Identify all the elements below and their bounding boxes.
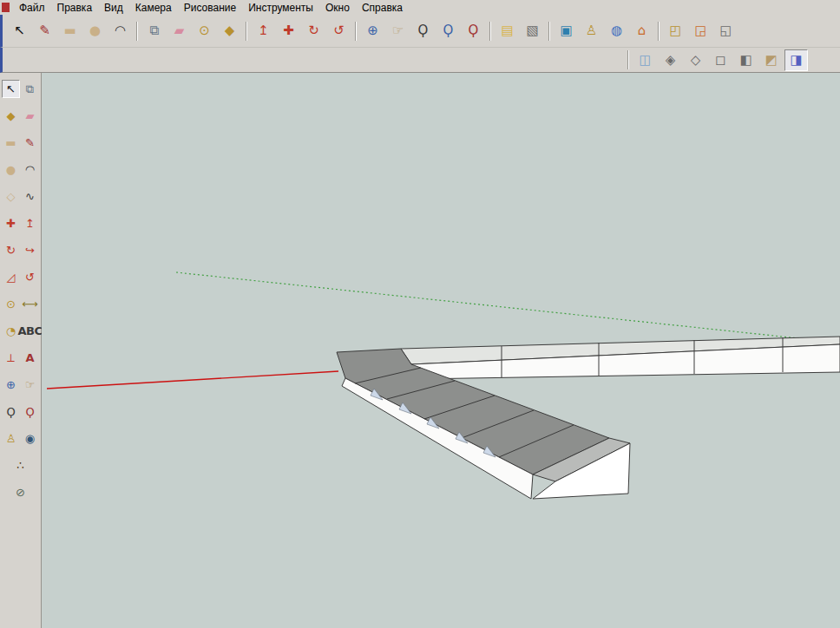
- protractor-icon: ◔: [6, 325, 16, 337]
- rectangle-tool-button[interactable]: ▬: [2, 134, 20, 152]
- line-tool-button[interactable]: ✎: [21, 134, 39, 152]
- push-pull-tool-button[interactable]: ↥: [21, 214, 39, 232]
- push-pull-tool-button[interactable]: ↥: [252, 19, 275, 43]
- polygon-tool-button[interactable]: ◇: [2, 187, 20, 206]
- paint-bucket-tool-button[interactable]: ◆: [2, 107, 20, 125]
- menu-help[interactable]: Справка: [356, 1, 409, 15]
- open-folder-button[interactable]: ▤: [495, 19, 519, 43]
- eraser-tool-button[interactable]: ▰: [21, 107, 39, 125]
- location-icon: ▣: [560, 24, 572, 37]
- menu-edit[interactable]: Правка: [51, 1, 99, 15]
- shaded-textures-style-button[interactable]: ◩: [759, 49, 783, 71]
- move-tool-button[interactable]: ✚: [2, 214, 20, 232]
- zoom-extents-tool-button[interactable]: Ϙ: [21, 402, 39, 421]
- tape-measure-tool-button[interactable]: ⊙: [2, 295, 20, 313]
- zoom-window-tool-button[interactable]: Ϙ: [436, 19, 460, 43]
- monochrome-style-button[interactable]: ◨: [784, 49, 808, 71]
- text-abc-icon: ABC: [18, 325, 43, 337]
- select-tool-button[interactable]: ↖: [8, 19, 31, 43]
- walk-tool-button[interactable]: ∴: [11, 456, 30, 474]
- pan-tool-button[interactable]: ☞: [386, 19, 410, 43]
- pencil-icon: ✎: [25, 137, 35, 148]
- offset-tool-button[interactable]: ↺: [327, 19, 351, 43]
- 3d-text-tool-button[interactable]: A: [21, 349, 39, 367]
- back-edges-style-button[interactable]: ◈: [659, 49, 682, 71]
- arc-tool-button[interactable]: ◠: [108, 19, 132, 43]
- rotate-tool-button[interactable]: ↻: [302, 19, 325, 43]
- place-model-button[interactable]: ◱: [714, 19, 738, 43]
- update-model-button[interactable]: ◲: [689, 19, 712, 43]
- section-plane-icon: ⊘: [16, 487, 25, 498]
- hidden-line-cube-icon: ◻: [715, 54, 725, 67]
- circle-tool-button[interactable]: ●: [2, 160, 20, 179]
- section-plane-tool-button[interactable]: ⊘: [11, 483, 30, 501]
- rectangle-icon: ▬: [5, 137, 16, 148]
- toggle-terrain-button[interactable]: ♙: [580, 19, 603, 43]
- footprints-icon: ∴: [16, 460, 23, 471]
- paint-bucket-tool-button[interactable]: ◆: [218, 19, 241, 43]
- follow-me-tool-button[interactable]: ↪: [21, 241, 39, 259]
- menu-window[interactable]: Окно: [319, 1, 356, 15]
- zoom-extents-tool-button[interactable]: Ϙ: [462, 19, 485, 43]
- drawing-canvas[interactable]: [42, 73, 840, 628]
- get-current-view-button[interactable]: ◰: [664, 19, 687, 43]
- offset-tool-button[interactable]: ↺: [21, 268, 39, 286]
- shaded-style-button[interactable]: ◧: [734, 49, 758, 71]
- rectangle-icon: ▬: [63, 24, 75, 37]
- google-earth-button[interactable]: ◍: [605, 19, 628, 43]
- zoom-tool-button[interactable]: Ϙ: [2, 402, 20, 421]
- xray-cube-icon: ◫: [639, 54, 651, 67]
- axes-tool-button[interactable]: ⟂: [2, 349, 20, 367]
- make-component-button[interactable]: ⧉: [21, 80, 39, 98]
- orbit-tool-button[interactable]: ⊕: [2, 376, 20, 394]
- make-component-button[interactable]: ⧉: [142, 19, 166, 43]
- tape-measure-icon: ⊙: [6, 298, 16, 310]
- look-around-tool-button[interactable]: ◉: [21, 429, 39, 448]
- position-camera-tool-button[interactable]: ♙: [2, 429, 20, 448]
- orbit-tool-button[interactable]: ⊕: [361, 19, 384, 43]
- styles-panel-button[interactable]: ▧: [521, 19, 544, 43]
- eraser-tool-button[interactable]: ▰: [167, 19, 191, 43]
- rotate-tool-button[interactable]: ↻: [2, 241, 20, 259]
- circle-tool-button[interactable]: ●: [83, 19, 107, 43]
- hidden-line-style-button[interactable]: ◻: [709, 49, 732, 71]
- follow-me-icon: ↪: [25, 245, 35, 256]
- select-tool-button[interactable]: ↖: [2, 80, 20, 98]
- circle-icon: ●: [6, 164, 16, 175]
- move-tool-button[interactable]: ✚: [277, 19, 300, 43]
- get-models-button[interactable]: ⌂: [630, 19, 653, 43]
- xray-style-button[interactable]: ◫: [633, 49, 657, 71]
- offset-icon: ↺: [25, 271, 35, 283]
- toolbar-separator: [355, 22, 357, 41]
- rectangle-tool-button[interactable]: ▬: [58, 19, 82, 43]
- line-tool-button[interactable]: ✎: [33, 19, 56, 43]
- toolbar-separator: [627, 50, 629, 69]
- eraser-icon: ▰: [26, 110, 35, 121]
- menu-draw[interactable]: Рисование: [178, 1, 242, 15]
- place-cube-icon: ◱: [719, 24, 732, 37]
- globe-icon: ◍: [611, 24, 622, 37]
- menu-view[interactable]: Вид: [98, 1, 129, 15]
- sketchup-window: Файл Правка Вид Камера Рисование Инструм…: [0, 0, 840, 628]
- hand-icon: ☞: [392, 24, 404, 37]
- dimension-tool-button[interactable]: ⟷: [21, 295, 39, 313]
- menu-tools[interactable]: Инструменты: [242, 1, 319, 15]
- freehand-icon: ∿: [25, 191, 35, 202]
- tape-measure-tool-button[interactable]: ⊙: [193, 19, 216, 43]
- wireframe-style-button[interactable]: ◇: [684, 49, 707, 71]
- add-location-button[interactable]: ▣: [555, 19, 578, 43]
- textured-cube-icon: ◩: [765, 54, 777, 67]
- paint-bucket-icon: ◆: [225, 24, 235, 37]
- scale-tool-button[interactable]: ◿: [2, 268, 20, 286]
- freehand-tool-button[interactable]: ∿: [21, 187, 39, 206]
- text-tool-button[interactable]: ABC: [21, 322, 39, 340]
- arc-tool-button[interactable]: ◠: [21, 160, 39, 179]
- zoom-tool-button[interactable]: Ϙ: [411, 19, 435, 43]
- orbit-icon: ⊕: [6, 379, 16, 390]
- folder-icon: ▤: [501, 24, 513, 37]
- magnifier-icon: Ϙ: [418, 24, 429, 37]
- menu-file[interactable]: Файл: [13, 1, 51, 15]
- axes-icon: ⟂: [7, 352, 15, 363]
- pan-tool-button[interactable]: ☞: [21, 376, 39, 394]
- menu-camera[interactable]: Камера: [129, 1, 178, 15]
